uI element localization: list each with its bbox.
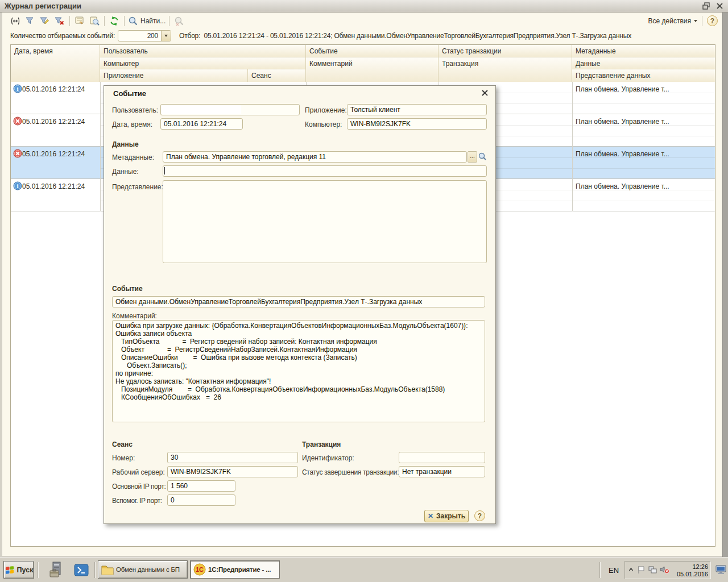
header-data-presentation[interactable]: Представление данных (572, 69, 715, 82)
server-field[interactable]: WIN-BM9I2SJK7FK (167, 466, 298, 477)
dialog-close-icon[interactable] (481, 89, 489, 98)
user-label: Пользователь: (112, 106, 158, 114)
task-button-exchange[interactable]: Обмен данными с БП (98, 560, 188, 579)
user-field[interactable] (160, 104, 300, 115)
aux-port-label: Вспомог. IP порт: (112, 497, 162, 505)
svg-text:1С: 1С (196, 566, 204, 573)
collapse-tray-icon[interactable] (628, 566, 634, 575)
tx-status-label: Статус завершения транзакции: (302, 468, 399, 476)
clear-filter-icon[interactable] (53, 15, 66, 27)
server-label: Рабочий сервер: (112, 468, 165, 476)
info-icon: i (13, 84, 22, 95)
metadata-label: Метаданные: (112, 153, 154, 161)
folder-icon (101, 564, 114, 575)
header-metadata[interactable]: Метаданные (572, 45, 715, 57)
events-count-dropdown[interactable] (161, 31, 171, 41)
dialog-title: Событие (113, 89, 146, 98)
taskbar-divider (599, 562, 601, 578)
toolbar: Найти... Все действия ? (2, 14, 722, 28)
info-icon: i (13, 181, 22, 192)
datetime-label: Дата, время: (112, 120, 152, 128)
windows-logo-icon (5, 564, 15, 575)
header-data[interactable]: Данные (572, 57, 715, 69)
number-label: Номер: (112, 454, 135, 462)
cancel-search-icon (173, 15, 185, 27)
application-label: Приложение: (305, 106, 347, 114)
main-port-field[interactable]: 1 560 (167, 480, 235, 492)
window-titlebar: Журнал регистрации (0, 0, 728, 13)
error-icon (13, 117, 22, 127)
data-section-title: Данные (112, 140, 139, 148)
volume-muted-icon[interactable] (660, 565, 669, 576)
event-panel-icon[interactable] (73, 15, 86, 27)
metadata-field[interactable]: План обмена. Управление торговлей, редак… (163, 151, 467, 163)
tx-status-field[interactable]: Нет транзакции (399, 466, 485, 477)
find-label: Найти... (140, 17, 166, 25)
header-computer[interactable]: Компьютер (100, 57, 306, 69)
header-comment[interactable]: Комментарий (306, 57, 439, 82)
window-title: Журнал регистрации (5, 2, 81, 10)
metadata-open-icon[interactable] (478, 152, 487, 163)
filter-settings-icon[interactable] (39, 15, 51, 27)
metadata-select-button[interactable]: ... (468, 151, 477, 163)
svg-text:i: i (16, 182, 18, 189)
header-transaction-status[interactable]: Статус транзакции (439, 45, 572, 57)
all-actions-button[interactable]: Все действия (648, 17, 697, 25)
presentation-field[interactable] (163, 180, 487, 263)
header-user[interactable]: Пользователь (100, 45, 306, 57)
start-button[interactable]: Пуск (3, 561, 34, 579)
show-desktop-icon[interactable] (715, 564, 726, 577)
view-data-icon[interactable] (88, 15, 101, 27)
filter-bar: Количество отбираемых событий: 200 Отбор… (2, 28, 722, 43)
main-port-label: Основной IP порт: (112, 483, 166, 490)
set-interval-icon[interactable] (9, 15, 22, 27)
clock[interactable]: 12:2605.01.2016 (677, 563, 708, 578)
dialog-help-button[interactable]: ? (474, 510, 485, 521)
identifier-field[interactable] (399, 452, 485, 463)
computer-label: Компьютер: (305, 120, 342, 128)
grid-line (100, 82, 101, 211)
header-transaction[interactable]: Транзакция (439, 57, 572, 82)
grid-line (572, 82, 573, 211)
events-count-label: Количество отбираемых событий: (10, 32, 115, 40)
application-field[interactable]: Толстый клиент (347, 104, 487, 115)
close-window-button[interactable] (716, 2, 723, 11)
comment-field[interactable]: Ошибка при загрузке данных: {Обработка.К… (112, 320, 485, 422)
selection-value: 05.01.2016 12:21:24 - 05.01.2016 12:21:2… (204, 32, 631, 40)
number-field[interactable]: 30 (167, 452, 298, 463)
taskbar-divider (94, 562, 96, 578)
header-event[interactable]: Событие (306, 45, 439, 57)
events-count-input[interactable]: 200 (118, 30, 171, 41)
computer-field[interactable]: WIN-BM9I2SJK7FK (347, 118, 487, 130)
aux-port-field[interactable]: 0 (167, 494, 235, 506)
window-frame (722, 13, 728, 557)
event-field[interactable]: Обмен данными.ОбменУправлениеТорговлейБу… (112, 296, 485, 307)
set-filter-icon[interactable] (24, 15, 36, 27)
powershell-icon[interactable] (74, 563, 89, 579)
header-datetime[interactable]: Дата, время (11, 45, 100, 82)
journal-window: Найти... Все действия ? Количество отбир… (2, 13, 722, 556)
datetime-field[interactable]: 05.01.2016 12:21:24 (160, 118, 243, 130)
refresh-icon[interactable] (108, 15, 121, 27)
task-button-1c[interactable]: 1С 1С:Предприятие - ... (190, 560, 280, 579)
data-field[interactable] (163, 165, 487, 177)
help-button[interactable]: ? (707, 15, 718, 26)
system-tray: 12:2605.01.2016 (624, 561, 711, 579)
header-application[interactable]: Приложение (100, 69, 248, 82)
data-label: Данные: (112, 168, 139, 176)
comment-label: Комментарий: (112, 312, 157, 320)
flag-icon[interactable] (637, 565, 646, 576)
header-session[interactable]: Сеанс (248, 69, 306, 82)
presentation-label: Представление: (112, 183, 163, 191)
taskbar: Пуск Обмен данными с БП 1С 1С:Предприяти… (0, 557, 728, 582)
network-icon[interactable] (648, 565, 657, 576)
transaction-section-title: Транзакция (302, 440, 341, 448)
find-button[interactable]: Найти... (128, 16, 166, 26)
table-header: Дата, время Пользователь Компьютер Прило… (11, 45, 715, 82)
server-manager-icon[interactable] (48, 562, 65, 580)
restore-window-button[interactable] (702, 2, 710, 11)
event-dialog: Событие Пользователь: Приложение: Толсты… (104, 85, 496, 524)
close-button[interactable]: ✕Закрыть (424, 510, 469, 522)
svg-text:i: i (16, 85, 18, 92)
language-indicator[interactable]: EN (605, 563, 622, 577)
